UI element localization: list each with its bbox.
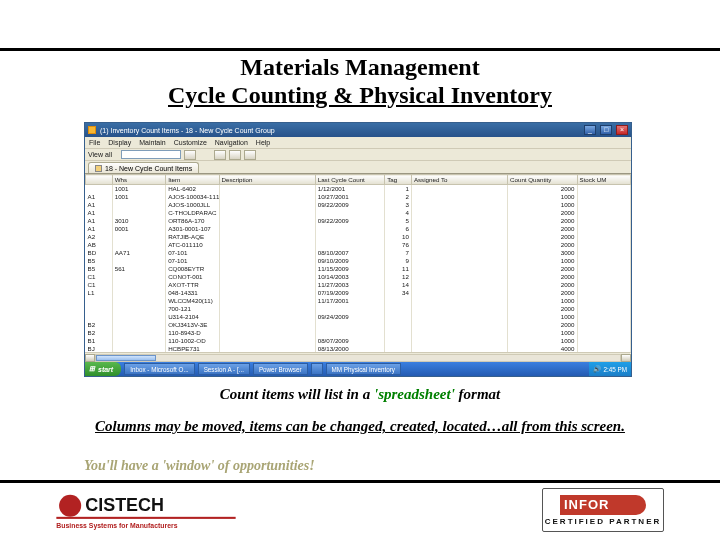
cell[interactable]: [411, 185, 507, 194]
cell[interactable]: A1: [86, 209, 113, 217]
cell[interactable]: [411, 289, 507, 297]
cell[interactable]: 3000: [508, 249, 577, 257]
cell[interactable]: A1: [86, 217, 113, 225]
table-row[interactable]: A1C-THOLDPARAC42000: [86, 209, 631, 217]
cell[interactable]: [411, 305, 507, 313]
cell[interactable]: [112, 289, 165, 297]
cell[interactable]: 4: [385, 209, 412, 217]
column-header[interactable]: Whs: [112, 175, 165, 185]
cell[interactable]: 2: [385, 193, 412, 201]
cell[interactable]: 9: [385, 257, 412, 265]
cell[interactable]: C-THOLDPARAC: [166, 209, 219, 217]
toolbar-icon[interactable]: [214, 150, 226, 160]
cell[interactable]: [411, 313, 507, 321]
cell[interactable]: [219, 297, 315, 305]
cell[interactable]: 2000: [508, 233, 577, 241]
cell[interactable]: [577, 265, 631, 273]
menu-help[interactable]: Help: [256, 139, 270, 146]
cell[interactable]: [219, 265, 315, 273]
cell[interactable]: [112, 209, 165, 217]
cell[interactable]: 09/22/2009: [315, 217, 384, 225]
cell[interactable]: [577, 337, 631, 345]
column-header[interactable]: Assigned To: [411, 175, 507, 185]
cell[interactable]: 34: [385, 289, 412, 297]
cell[interactable]: WLCCM420(11): [166, 297, 219, 305]
cell[interactable]: [219, 337, 315, 345]
cell[interactable]: BJ: [86, 345, 113, 352]
cell[interactable]: 1000: [508, 257, 577, 265]
cell[interactable]: [411, 257, 507, 265]
menu-maintain[interactable]: Maintain: [139, 139, 165, 146]
cell[interactable]: [577, 297, 631, 305]
cell[interactable]: [219, 345, 315, 352]
cell[interactable]: [385, 321, 412, 329]
cell[interactable]: [577, 281, 631, 289]
cell[interactable]: [112, 241, 165, 249]
cell[interactable]: [219, 257, 315, 265]
toolbar-go-icon[interactable]: [184, 150, 196, 160]
cell[interactable]: [411, 249, 507, 257]
table-row[interactable]: A13010ORT86A-17009/22/200952000: [86, 217, 631, 225]
cell[interactable]: [86, 313, 113, 321]
table-row[interactable]: BJHCBPE73108/13/20004000: [86, 345, 631, 352]
cell[interactable]: [219, 217, 315, 225]
cell[interactable]: AB: [86, 241, 113, 249]
tab-count-items[interactable]: 18 - New Cycle Count Items: [88, 162, 199, 173]
cell[interactable]: [411, 209, 507, 217]
cell[interactable]: 09/10/2009: [315, 257, 384, 265]
cell[interactable]: [219, 201, 315, 209]
cell[interactable]: [577, 233, 631, 241]
cell[interactable]: [385, 313, 412, 321]
table-row[interactable]: B5561CQ008EYTR11/15/2009112000: [86, 265, 631, 273]
start-button[interactable]: ⊞ start: [85, 362, 121, 376]
cell[interactable]: 1: [385, 185, 412, 194]
taskbar-item[interactable]: Power Browser: [253, 363, 308, 375]
cell[interactable]: [411, 217, 507, 225]
cell[interactable]: [219, 225, 315, 233]
cell[interactable]: CQ008EYTR: [166, 265, 219, 273]
cell[interactable]: B5: [86, 265, 113, 273]
cell[interactable]: [315, 233, 384, 241]
table-row[interactable]: C1AXOT-TTR11/27/2003142000: [86, 281, 631, 289]
cell[interactable]: U314-2104: [166, 313, 219, 321]
cell[interactable]: 1000: [508, 329, 577, 337]
cell[interactable]: C1: [86, 273, 113, 281]
cell[interactable]: 2000: [508, 241, 577, 249]
cell[interactable]: C1: [86, 281, 113, 289]
cell[interactable]: 2000: [508, 265, 577, 273]
cell[interactable]: 2000: [508, 185, 577, 194]
cell[interactable]: 08/07/2009: [315, 337, 384, 345]
cell[interactable]: [577, 305, 631, 313]
taskbar-item[interactable]: Inbox - Microsoft O...: [124, 363, 194, 375]
cell[interactable]: [315, 329, 384, 337]
taskbar-item[interactable]: Session A - [...: [198, 363, 250, 375]
cell[interactable]: RATJIB-AQE: [166, 233, 219, 241]
table-row[interactable]: 1001HAL-64021/12/200112000: [86, 185, 631, 194]
cell[interactable]: [86, 297, 113, 305]
cell[interactable]: [577, 185, 631, 194]
cell[interactable]: [385, 345, 412, 352]
table-row[interactable]: 700-1212000: [86, 305, 631, 313]
cell[interactable]: [112, 233, 165, 241]
cell[interactable]: ATC-011110: [166, 241, 219, 249]
cell[interactable]: [577, 225, 631, 233]
cell[interactable]: 08/13/2000: [315, 345, 384, 352]
cell[interactable]: [219, 329, 315, 337]
cell[interactable]: B2: [86, 321, 113, 329]
cell[interactable]: [219, 273, 315, 281]
system-tray[interactable]: 🔊 2:45 PM: [589, 362, 631, 376]
cell[interactable]: [219, 313, 315, 321]
cell[interactable]: [385, 305, 412, 313]
taskbar-item[interactable]: MM Physical Inventory: [326, 363, 401, 375]
cell[interactable]: 3010: [112, 217, 165, 225]
column-header[interactable]: Tag: [385, 175, 412, 185]
cell[interactable]: [112, 321, 165, 329]
cell[interactable]: 0001: [112, 225, 165, 233]
table-row[interactable]: L1048-1433107/19/2009342000: [86, 289, 631, 297]
cell[interactable]: 4000: [508, 345, 577, 352]
cell[interactable]: 2000: [508, 305, 577, 313]
menu-customize[interactable]: Customize: [174, 139, 207, 146]
menu-navigation[interactable]: Navigation: [215, 139, 248, 146]
cell[interactable]: 7: [385, 249, 412, 257]
cell[interactable]: [411, 201, 507, 209]
